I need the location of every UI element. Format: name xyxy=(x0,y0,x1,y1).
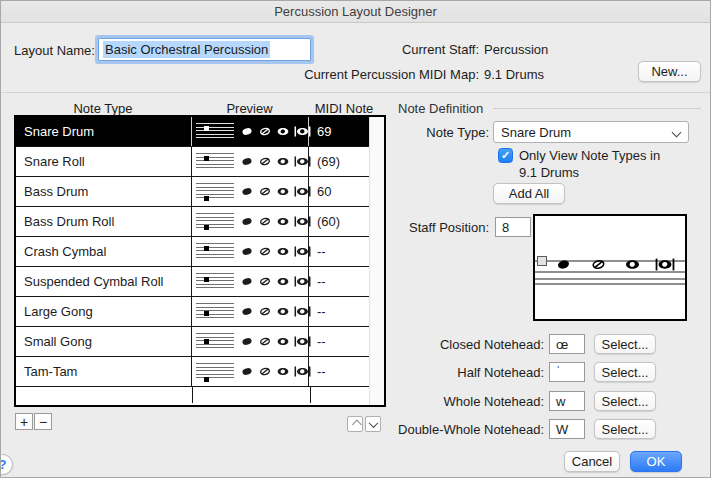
whole-notehead-input[interactable]: w xyxy=(549,391,585,411)
half-notehead-select-button[interactable]: Select... xyxy=(594,362,656,382)
closed-notehead-input[interactable]: œ xyxy=(549,334,585,354)
closed-notehead-select-button[interactable]: Select... xyxy=(594,334,656,354)
note-position-marker xyxy=(204,339,209,344)
percussion-layout-designer-dialog: Percussion Layout Designer Layout Name: … xyxy=(0,0,711,478)
staff-preview-box[interactable] xyxy=(533,214,687,321)
staff-position-preview-icon xyxy=(196,181,234,203)
ok-button[interactable]: OK xyxy=(630,451,682,472)
preview-cell xyxy=(192,117,309,146)
layout-name-input[interactable]: Basic Orchestral Percussion xyxy=(98,38,311,61)
preview-cell xyxy=(192,237,309,266)
half-notehead-icon xyxy=(258,276,272,287)
section-divider xyxy=(493,108,701,109)
staff-position-preview-icon xyxy=(196,331,234,353)
half-notehead-icon xyxy=(258,246,272,257)
note-position-marker xyxy=(204,377,209,382)
closed-notehead-icon xyxy=(240,246,254,257)
note-type-cell: Suspended Cymbal Roll xyxy=(24,274,163,289)
note-type-cell: Small Gong xyxy=(24,334,92,349)
double-whole-notehead-icon xyxy=(655,258,675,271)
whole-notehead-select-button[interactable]: Select... xyxy=(594,391,656,411)
double-whole-notehead-value: W xyxy=(556,422,568,437)
note-type-cell: Snare Drum xyxy=(24,124,94,139)
half-notehead-icon xyxy=(590,258,607,271)
half-notehead-icon xyxy=(258,336,272,347)
whole-notehead-icon xyxy=(276,336,290,347)
table-row[interactable]: Suspended Cymbal Roll -- xyxy=(16,267,369,297)
half-notehead-icon xyxy=(258,216,272,227)
remove-row-button[interactable]: − xyxy=(34,413,52,430)
double-whole-notehead-input[interactable]: W xyxy=(549,419,585,439)
table-row[interactable]: Large Gong -- xyxy=(16,297,369,327)
preview-cell xyxy=(192,177,309,206)
whole-notehead-icon xyxy=(276,366,290,377)
note-type-table: Snare Drum 69 Snare Roll (69) xyxy=(14,115,386,407)
note-type-dropdown[interactable]: Snare Drum xyxy=(493,121,689,143)
staff-position-preview-icon xyxy=(196,361,234,383)
column-header-midi-note: MIDI Note xyxy=(301,101,387,116)
half-notehead-icon xyxy=(258,126,272,137)
midi-map-label: Current Percussion MIDI Map: xyxy=(241,67,479,82)
double-whole-notehead-select-button[interactable]: Select... xyxy=(594,419,656,439)
add-all-button[interactable]: Add All xyxy=(493,183,565,204)
layout-name-value: Basic Orchestral Percussion xyxy=(103,41,270,58)
midi-note-cell: -- xyxy=(317,244,326,259)
chevron-down-icon xyxy=(368,418,378,428)
table-row[interactable]: Tam-Tam -- xyxy=(16,357,369,387)
help-button[interactable]: ? xyxy=(0,454,13,475)
table-row[interactable]: Small Gong -- xyxy=(16,327,369,357)
table-scrollbar[interactable] xyxy=(369,117,384,405)
closed-notehead-icon xyxy=(240,366,254,377)
note-position-marker xyxy=(204,126,209,131)
note-type-cell: Large Gong xyxy=(24,304,93,319)
chevron-up-icon xyxy=(351,419,361,429)
preview-cell xyxy=(192,357,309,386)
midi-note-cell: -- xyxy=(317,334,326,349)
preview-cell xyxy=(192,147,309,176)
note-type-selected-value: Snare Drum xyxy=(501,125,571,140)
whole-notehead-label: Whole Notehead: xyxy=(391,394,544,409)
move-down-button[interactable] xyxy=(365,416,381,432)
note-position-marker xyxy=(204,156,209,161)
table-row[interactable]: Snare Drum 69 xyxy=(16,117,369,147)
new-midi-map-button[interactable]: New... xyxy=(638,61,701,82)
staff-position-preview-icon xyxy=(196,301,234,323)
note-type-cell: Tam-Tam xyxy=(24,364,77,379)
column-header-preview: Preview xyxy=(191,101,308,116)
note-position-marker xyxy=(204,225,209,230)
midi-note-cell: (60) xyxy=(317,214,340,229)
table-row[interactable]: Snare Roll (69) xyxy=(16,147,369,177)
midi-note-cell: (69) xyxy=(317,154,340,169)
midi-note-cell: -- xyxy=(317,364,326,379)
note-position-marker xyxy=(204,277,209,282)
only-view-checkbox[interactable] xyxy=(498,148,513,163)
position-handle[interactable] xyxy=(537,256,547,266)
half-notehead-input[interactable]: ˈ xyxy=(549,362,585,382)
midi-note-cell: 60 xyxy=(317,184,331,199)
column-header-note-type: Note Type xyxy=(15,101,191,116)
current-staff-value: Percussion xyxy=(484,42,548,57)
only-view-label-line1: Only View Note Types in xyxy=(519,148,660,163)
table-row[interactable]: Bass Drum Roll (60) xyxy=(16,207,369,237)
closed-notehead-value: œ xyxy=(556,337,568,352)
cancel-button[interactable]: Cancel xyxy=(564,451,620,472)
half-notehead-label: Half Notehead: xyxy=(391,365,544,380)
whole-notehead-icon xyxy=(276,156,290,167)
table-row[interactable]: Crash Cymbal -- xyxy=(16,237,369,267)
table-row[interactable]: Bass Drum 60 xyxy=(16,177,369,207)
whole-notehead-icon xyxy=(276,246,290,257)
move-up-button[interactable] xyxy=(347,416,363,432)
preview-cell xyxy=(192,207,309,236)
note-position-marker xyxy=(204,311,209,316)
closed-notehead-icon xyxy=(240,186,254,197)
window-titlebar[interactable]: Percussion Layout Designer xyxy=(1,1,710,23)
preview-cell xyxy=(192,327,309,356)
staff-position-preview-icon xyxy=(196,211,234,233)
staff-position-input[interactable]: 8 xyxy=(495,217,531,237)
table-empty-area xyxy=(16,387,369,403)
closed-notehead-icon xyxy=(240,276,254,287)
closed-notehead-icon xyxy=(240,126,254,137)
whole-notehead-icon xyxy=(276,276,290,287)
add-row-button[interactable]: + xyxy=(15,413,33,430)
staff-position-value: 8 xyxy=(502,220,509,235)
